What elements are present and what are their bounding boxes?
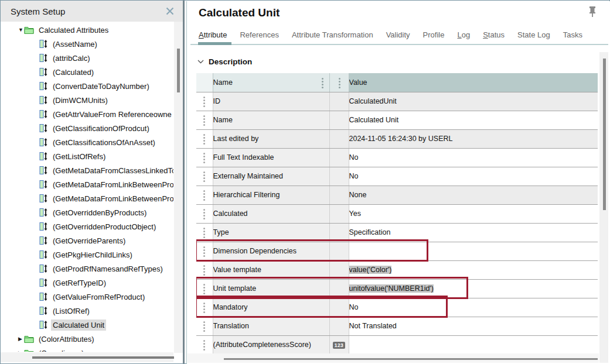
row-drag-handle[interactable] (196, 223, 213, 242)
row-drag-handle[interactable] (196, 317, 213, 335)
row-drag-handle[interactable] (196, 111, 213, 129)
attribute-icon (39, 39, 48, 49)
tab-references[interactable]: References (240, 27, 278, 44)
property-value-cell[interactable]: value('Color') (349, 260, 598, 279)
property-value-cell[interactable]: Yes (349, 204, 598, 223)
row-drag-handle[interactable] (196, 298, 213, 317)
property-value-cell[interactable]: unitofvalue('NUMBER1id') (349, 279, 598, 298)
table-row[interactable]: CalculatedYes (196, 204, 598, 223)
property-value-cell[interactable]: No (349, 148, 598, 167)
tree-item[interactable]: (attribCalc) (1, 51, 173, 65)
tree-item[interactable]: ▶(Compliance) (1, 346, 173, 352)
description-section-header[interactable]: Description (197, 57, 252, 66)
right-vertical-scrollbar[interactable] (599, 52, 608, 363)
tab-profile[interactable]: Profile (423, 27, 445, 44)
tab-tasks[interactable]: Tasks (563, 27, 582, 44)
tree-item[interactable]: (GetProdRfNamesandRefTypes) (1, 262, 173, 276)
tree-item[interactable]: (GetPkgHierChildLinks) (1, 248, 173, 262)
tab-validity[interactable]: Validity (386, 27, 410, 44)
header-name-column[interactable]: Name (213, 73, 329, 92)
collapse-arrow-icon[interactable]: ▶ (18, 350, 24, 352)
right-vertical-scroll-thumb[interactable] (603, 59, 606, 210)
pin-icon[interactable] (588, 6, 597, 20)
row-drag-handle[interactable] (196, 204, 213, 223)
tree-item-label: (GetOverriddenProductObject) (51, 221, 158, 232)
property-icon-cell (329, 260, 349, 279)
row-drag-handle[interactable] (196, 148, 213, 167)
tree-item[interactable]: (GetMetaDataFromClassesLinkedTo (1, 163, 173, 177)
row-drag-handle[interactable] (196, 167, 213, 186)
tree-item[interactable]: (GetRefTypeID) (1, 276, 173, 290)
left-vertical-scroll-thumb[interactable] (177, 49, 180, 92)
left-vertical-scrollbar[interactable] (174, 22, 183, 353)
tree-item[interactable]: (ConvertDateToDayNumber) (1, 79, 173, 93)
property-value-cell[interactable]: Calculated Unit (349, 111, 598, 129)
table-row[interactable]: NameCalculated Unit (196, 111, 598, 129)
table-row[interactable]: MandatoryNo (196, 298, 598, 317)
property-icon-cell (329, 223, 349, 242)
tree-item[interactable]: (GetMetaDataFromLinkBetweenPro (1, 177, 173, 191)
tree-item[interactable]: (GetOverriddenProductObject) (1, 219, 173, 233)
row-drag-handle[interactable] (196, 186, 213, 204)
property-value-cell[interactable] (349, 335, 598, 354)
row-drag-handle[interactable] (196, 260, 213, 279)
row-drag-handle[interactable] (196, 279, 213, 298)
tree-item[interactable]: (GetClassificationOfProdcut) (1, 121, 173, 135)
tree-item[interactable]: ▶(ColorAttributes) (1, 332, 173, 346)
property-value-cell[interactable]: Specification (349, 223, 598, 242)
table-row[interactable]: IDCalculatedUnit (196, 92, 598, 111)
close-icon[interactable] (164, 5, 176, 17)
tree-item[interactable]: (GetOverrideParents) (1, 233, 173, 248)
property-value-cell[interactable]: No (349, 298, 598, 317)
tree-item[interactable]: (AssetName) (1, 37, 173, 51)
row-drag-handle[interactable] (196, 129, 213, 148)
tab-attribute[interactable]: Attribute (199, 27, 227, 44)
row-drag-handle[interactable] (196, 335, 213, 354)
right-horizontal-scroll-thumb[interactable] (224, 358, 598, 360)
table-row[interactable]: Hierarchical FilteringNone (196, 186, 598, 204)
expand-arrow-icon[interactable]: ▼ (18, 27, 24, 33)
tree-item[interactable]: (GetValueFromRefProduct) (1, 290, 173, 304)
row-drag-handle[interactable] (196, 242, 213, 260)
table-row[interactable]: TranslationNot Translated (196, 317, 598, 335)
property-value-cell[interactable]: 2024-11-05 16:24:30 by USERL (349, 129, 598, 148)
right-horizontal-scrollbar[interactable] (188, 353, 599, 363)
tree-item[interactable]: Calculated Unit (1, 318, 173, 332)
table-row[interactable]: (AttributeCompletenessScore)123 (196, 335, 598, 354)
property-name-cell: Unit template (213, 279, 329, 298)
property-value-cell[interactable]: CalculatedUnit (349, 92, 598, 111)
tree-item[interactable]: (GetAttrValueFrom Referenceowne (1, 107, 173, 121)
property-value-cell[interactable]: No (349, 167, 598, 186)
table-row[interactable]: Externally MaintainedNo (196, 167, 598, 186)
table-row[interactable]: TypeSpecification (196, 223, 598, 242)
tab-status[interactable]: Status (483, 27, 505, 44)
property-value-cell[interactable]: None (349, 186, 598, 204)
property-value-cell[interactable]: Not Translated (349, 317, 598, 335)
table-row[interactable]: Dimension Dependencies (196, 242, 598, 260)
table-row[interactable]: Last edited by2024-11-05 16:24:30 by USE… (196, 129, 598, 148)
tree-item[interactable]: (GetMetaDataFromLinkBetweenPro (1, 191, 173, 205)
column-menu-icon[interactable] (339, 78, 340, 80)
tree-item[interactable]: (Calculated) (1, 65, 173, 79)
tree-item[interactable]: (GetOverriddenByProducts) (1, 205, 173, 219)
tab-state-log[interactable]: State Log (517, 27, 550, 44)
table-row[interactable]: Full Text IndexableNo (196, 148, 598, 167)
tab-attribute-transformation[interactable]: Attribute Transformation (292, 27, 373, 44)
table-row[interactable]: Value templatevalue('Color') (196, 260, 598, 279)
column-menu-icon[interactable] (322, 78, 323, 80)
header-value-column[interactable]: Value (349, 73, 598, 92)
tree-item[interactable]: (DimWCMUnits) (1, 93, 173, 107)
collapse-arrow-icon[interactable]: ▶ (18, 336, 24, 342)
header-icon-column[interactable] (329, 73, 349, 92)
tab-log[interactable]: Log (457, 27, 470, 44)
property-value-cell[interactable] (349, 242, 598, 260)
attribute-icon (39, 180, 48, 189)
left-horizontal-scroll-thumb[interactable] (32, 356, 174, 359)
table-row[interactable]: Unit templateunitofvalue('NUMBER1id') (196, 279, 598, 298)
row-drag-handle[interactable] (196, 92, 213, 111)
tree-item[interactable]: (ListOfRef) (1, 304, 173, 318)
tree-item[interactable]: (GetListOfRefs) (1, 149, 173, 163)
left-horizontal-scrollbar[interactable] (1, 352, 173, 362)
tree-item[interactable]: ▼Calculated Attributes (1, 23, 173, 37)
tree-item[interactable]: (GetClassificationsOfAnAsset) (1, 135, 173, 149)
